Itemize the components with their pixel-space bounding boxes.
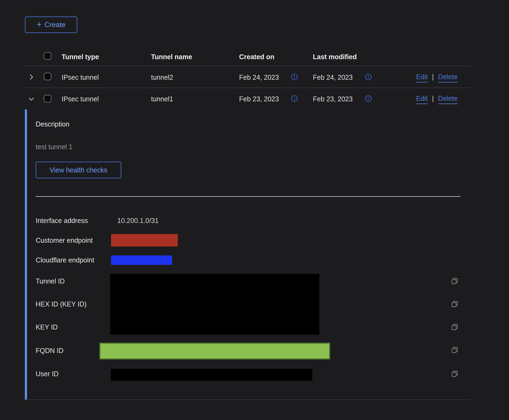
tunnel-name-cell: tunnel2 bbox=[151, 74, 173, 81]
detail-value-interface-address: 10.200.1.0/31 bbox=[117, 216, 159, 225]
redacted-user-id bbox=[111, 369, 312, 381]
row-actions: Edit | Delete bbox=[416, 95, 458, 104]
redacted-fqdn-id bbox=[99, 343, 330, 359]
select-all-checkbox[interactable] bbox=[44, 52, 51, 60]
create-button[interactable]: + Create bbox=[25, 16, 77, 33]
detail-label-interface-address: Interface address bbox=[36, 216, 88, 225]
delete-link[interactable]: Delete bbox=[438, 95, 458, 104]
select-row-checkbox[interactable] bbox=[44, 95, 51, 102]
section-divider bbox=[36, 196, 461, 197]
created-on-cell: Feb 24, 2023 bbox=[239, 74, 279, 81]
info-icon[interactable] bbox=[291, 73, 298, 81]
copy-icon[interactable] bbox=[451, 346, 458, 354]
copy-icon[interactable] bbox=[451, 323, 458, 331]
create-button-label: Create bbox=[45, 21, 66, 29]
detail-label-user-id: User ID bbox=[36, 370, 59, 378]
info-icon[interactable] bbox=[291, 95, 298, 102]
tunnel-type-cell: IPsec tunnel bbox=[62, 95, 99, 103]
tunnel-type-cell: IPsec tunnel bbox=[62, 74, 99, 81]
column-header-created-on: Created on bbox=[239, 53, 274, 61]
plus-icon: + bbox=[36, 21, 41, 28]
table-bottom-divider bbox=[25, 399, 471, 400]
chevron-right-icon[interactable] bbox=[28, 73, 35, 81]
tunnel-name-cell: tunnel1 bbox=[151, 95, 173, 103]
copy-icon[interactable] bbox=[451, 277, 458, 285]
edit-link[interactable]: Edit bbox=[416, 95, 428, 104]
detail-label-hex-id: HEX ID (KEY ID) bbox=[36, 300, 86, 308]
info-icon[interactable] bbox=[365, 73, 372, 81]
detail-label-customer-endpoint: Customer endpoint bbox=[36, 236, 93, 244]
header-divider bbox=[25, 66, 471, 66]
info-icon[interactable] bbox=[365, 95, 372, 102]
redacted-cloudflare-endpoint bbox=[111, 255, 172, 265]
expanded-panel-accent-bar bbox=[25, 109, 27, 400]
detail-label-key-id: KEY ID bbox=[36, 323, 58, 331]
last-modified-cell: Feb 23, 2023 bbox=[313, 95, 353, 103]
view-health-checks-label: View health checks bbox=[50, 166, 108, 174]
view-health-checks-button[interactable]: View health checks bbox=[36, 162, 121, 178]
created-on-cell: Feb 23, 2023 bbox=[239, 95, 279, 103]
detail-label-cloudflare-endpoint: Cloudflare endpoint bbox=[36, 256, 94, 264]
column-header-last-modified: Last modified bbox=[313, 53, 357, 61]
copy-icon[interactable] bbox=[451, 300, 458, 308]
edit-link[interactable]: Edit bbox=[416, 73, 428, 82]
detail-label-fqdn-id: FQDN ID bbox=[36, 346, 63, 355]
description-value: test tunnel 1 bbox=[36, 143, 72, 151]
row-actions: Edit | Delete bbox=[416, 73, 458, 82]
row-divider bbox=[25, 88, 471, 88]
delete-link[interactable]: Delete bbox=[438, 73, 458, 82]
chevron-down-icon[interactable] bbox=[28, 95, 35, 103]
tunnels-page: + Create Tunnel type Tunnel name Created… bbox=[0, 0, 509, 420]
copy-icon[interactable] bbox=[451, 370, 458, 378]
column-header-tunnel-name: Tunnel name bbox=[151, 53, 192, 61]
redacted-customer-endpoint bbox=[111, 234, 178, 246]
select-row-checkbox[interactable] bbox=[44, 73, 51, 80]
detail-label-tunnel-id: Tunnel ID bbox=[36, 277, 65, 285]
last-modified-cell: Feb 24, 2023 bbox=[313, 74, 353, 81]
column-header-tunnel-type: Tunnel type bbox=[62, 53, 99, 61]
action-separator: | bbox=[432, 95, 434, 102]
action-separator: | bbox=[432, 73, 434, 81]
description-label: Description bbox=[36, 120, 69, 128]
redacted-id-values bbox=[110, 274, 319, 335]
